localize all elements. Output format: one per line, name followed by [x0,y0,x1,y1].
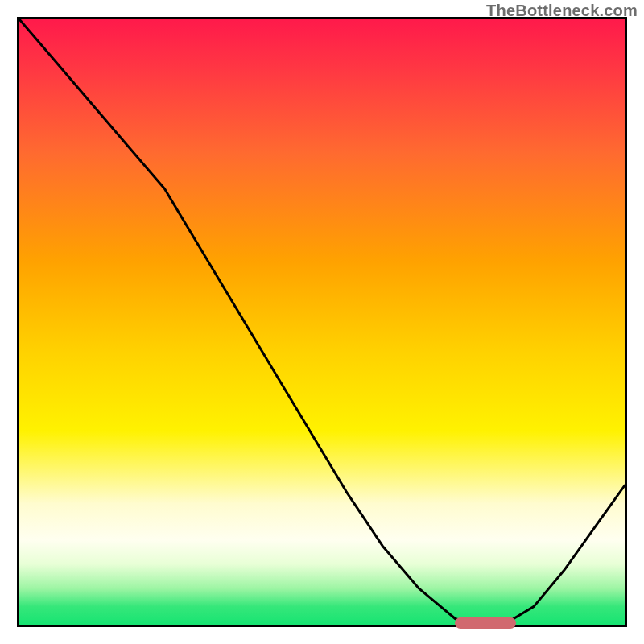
plot-area [17,17,627,627]
chart-container: TheBottleneck.com [0,0,644,644]
bottleneck-curve [19,19,625,625]
curve-layer [19,19,625,625]
attribution-watermark: TheBottleneck.com [486,2,638,20]
optimal-marker [455,617,515,629]
